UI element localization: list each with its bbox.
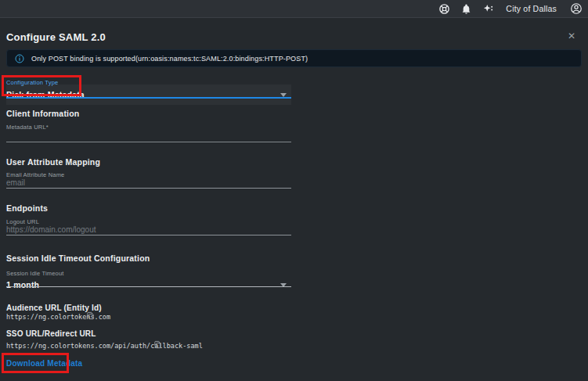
configuration-type-select[interactable]: Pick from Metadata	[6, 84, 291, 105]
account-avatar-icon[interactable]	[570, 2, 583, 15]
email-attribute-underline	[6, 188, 291, 189]
copy-icon[interactable]	[86, 311, 95, 320]
configuration-type-underline	[6, 97, 291, 99]
tenant-name[interactable]: City of Dallas	[506, 4, 557, 13]
dialog-title: Configure SAML 2.0	[6, 31, 106, 43]
configure-saml-screen: City of Dallas Configure SAML 2.0 ✕ Only…	[0, 0, 588, 381]
section-session-idle-timeout: Session Idle Timeout Configuration	[6, 253, 150, 263]
top-bar: City of Dallas	[0, 0, 588, 18]
notifications-bell-icon[interactable]	[460, 3, 472, 15]
download-metadata-link[interactable]: Download Metadata	[6, 359, 82, 368]
session-idle-underline	[6, 286, 291, 287]
logout-url-underline	[6, 235, 291, 235]
copy-icon[interactable]	[153, 340, 162, 349]
section-client-information: Client Information	[6, 109, 79, 118]
sso-url-heading: SSO URL/Redirect URL	[6, 329, 96, 338]
banner-text: Only POST binding is supported(urn:oasis…	[31, 55, 308, 63]
sparkle-ai-icon[interactable]	[482, 3, 494, 15]
sso-url-value: https://ng.colortokens.com/api/auth/call…	[6, 342, 203, 350]
help-icon[interactable]	[438, 3, 450, 15]
info-icon	[15, 54, 24, 63]
metadata-url-underline	[6, 142, 291, 142]
info-banner: Only POST binding is supported(urn:oasis…	[6, 49, 582, 67]
section-user-attribute-mapping: User Attribute Mapping	[6, 157, 100, 167]
close-icon[interactable]: ✕	[568, 31, 575, 41]
metadata-url-input[interactable]	[6, 128, 291, 142]
session-idle-timeout-value: 1 month	[6, 280, 39, 289]
audience-url-value: https://ng.colortokens.com	[6, 313, 110, 321]
section-endpoints: Endpoints	[6, 203, 48, 213]
chevron-down-icon	[280, 93, 287, 97]
session-idle-timeout-select[interactable]: 1 month	[6, 275, 291, 295]
